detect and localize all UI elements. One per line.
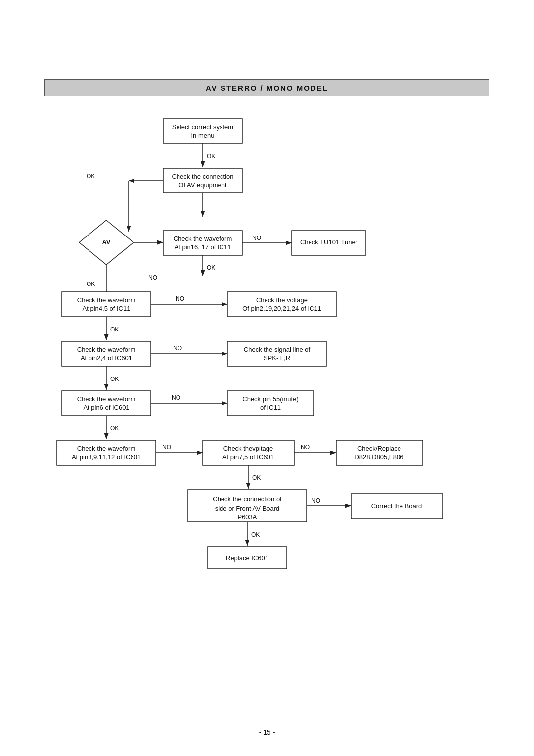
box-voltage-pin7 xyxy=(203,440,294,465)
label-no4: NO xyxy=(173,345,182,352)
text-wave-pin6-2: At pin6 of IC601 xyxy=(83,404,129,411)
box-pin55 xyxy=(227,391,314,416)
text-wave-pin2-4-2: At pin2,4 of IC601 xyxy=(81,354,132,362)
page-number-text: - 15 - xyxy=(259,728,275,736)
box-check-replace xyxy=(336,440,423,465)
label-no7: NO xyxy=(301,444,310,451)
text-wave-pin2-4: Check the waveform xyxy=(77,346,136,353)
label-ok3: OK xyxy=(87,281,95,287)
text-wave-pin4: Check the waveform xyxy=(77,296,136,304)
text-signal-spk-2: SPK- L,R xyxy=(264,354,290,362)
text-pin55-2: of IC11 xyxy=(260,404,281,411)
label-ok6: OK xyxy=(110,376,119,382)
text-signal-spk: Check the signal line of xyxy=(244,346,311,353)
label-ok8: OK xyxy=(252,474,261,481)
text-select-system2: In menu xyxy=(191,132,215,139)
text-voltage-pin2: Check the voltage xyxy=(256,296,308,304)
text-correct-board: Correct the Board xyxy=(371,502,422,510)
text-wave-pin16-2: At pin16, 17 of IC11 xyxy=(175,243,231,251)
text-wave-pin16: Check the waveform xyxy=(174,235,232,242)
text-pin55: Check pin 55(mute) xyxy=(242,395,298,403)
label-ok7: OK xyxy=(110,425,119,432)
text-check-conn-av2: Of AV equipment xyxy=(178,181,227,189)
box-wave-pin8 xyxy=(57,440,156,465)
text-conn-front-2: side or Front AV Board xyxy=(215,505,280,512)
label-ok5: OK xyxy=(110,326,119,333)
text-voltage-pin2-2: Of pin2,19,20,21,24 of IC11 xyxy=(242,305,321,312)
box-wave-pin16 xyxy=(163,231,242,255)
text-wave-pin4-2: At pin4,5 of IC11 xyxy=(83,305,131,312)
label-ok4: OK xyxy=(207,264,215,271)
label-no5: NO xyxy=(172,394,180,401)
text-tu101: Check TU101 Tuner xyxy=(300,238,358,246)
text-av: AV xyxy=(102,238,110,246)
label-ok2: OK xyxy=(87,173,95,180)
text-wave-pin8: Check the waveform xyxy=(77,445,136,452)
label-no6: NO xyxy=(162,444,171,451)
label-ok9: OK xyxy=(251,531,260,538)
box-check-conn-av xyxy=(163,168,242,193)
label-ok1: OK xyxy=(207,153,215,160)
text-check-conn-av: Check the connection xyxy=(172,173,233,180)
text-replace-ic601: Replace IC601 xyxy=(226,554,268,562)
label-no8: NO xyxy=(312,497,320,504)
text-voltage-pin7: Check thevpltage xyxy=(223,445,273,452)
text-voltage-pin7-2: At pin7,5 of IC601 xyxy=(222,453,274,461)
box-voltage-pin2 xyxy=(227,292,336,317)
box-signal-spk xyxy=(227,341,326,366)
box-wave-pin4 xyxy=(62,292,151,317)
page-number: - 15 - xyxy=(259,728,275,736)
text-wave-pin6: Check the waveform xyxy=(77,395,136,403)
text-check-replace-2: D828,D805,F806 xyxy=(355,453,403,461)
title-text: AV STERRO / MONO MODEL xyxy=(206,84,328,92)
text-wave-pin8-2: At pin8,9,11,12 of IC601 xyxy=(72,453,141,461)
text-check-replace: Check/Replace xyxy=(357,445,401,452)
text-select-system: Select correct system xyxy=(172,123,233,131)
label-no2: NO xyxy=(148,274,157,281)
box-wave-pin6 xyxy=(62,391,151,416)
label-no3: NO xyxy=(176,295,184,302)
box-wave-pin2-4 xyxy=(62,341,151,366)
label-no1: NO xyxy=(252,235,261,241)
box-select-system xyxy=(163,119,242,143)
flowchart: Select correct system In menu OK Check t… xyxy=(30,109,504,716)
page-title-bar: AV STERRO / MONO MODEL xyxy=(44,79,490,96)
text-conn-front-3: P603A xyxy=(237,513,257,520)
text-conn-front: Check the connection of xyxy=(213,495,282,503)
